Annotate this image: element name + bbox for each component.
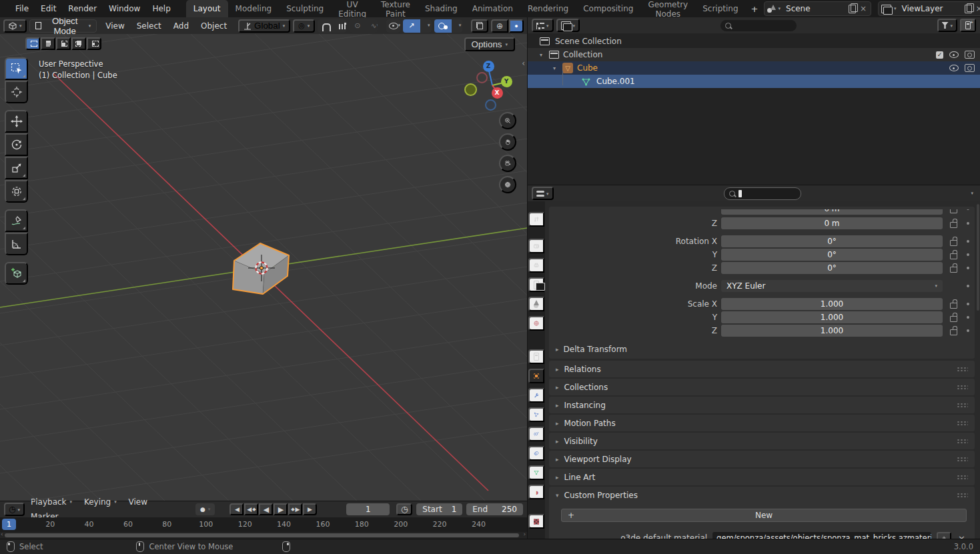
outliner-search-input[interactable] bbox=[720, 20, 797, 31]
scale-field[interactable]: 1.000 bbox=[721, 298, 943, 310]
rotation-field[interactable]: 0° bbox=[721, 249, 943, 261]
panel-header[interactable]: ▸ Instancing bbox=[549, 397, 975, 413]
delta-transform-header[interactable]: ▸Delta Transform bbox=[549, 341, 975, 357]
viewport-menu-item[interactable]: View bbox=[99, 17, 130, 35]
use-preview-range-button[interactable]: ◷ bbox=[396, 503, 412, 515]
proportional-editing[interactable]: ⊙ ∿▾ bbox=[349, 19, 378, 33]
transform-orientation-button[interactable]: Global▾ bbox=[238, 19, 290, 33]
select-mode-intersect[interactable] bbox=[87, 37, 101, 50]
view-layer-name[interactable]: ViewLayer bbox=[899, 4, 962, 13]
panel-grip-icon[interactable] bbox=[957, 493, 968, 498]
previous-keyframe-button[interactable]: ◀◆ bbox=[244, 503, 258, 515]
add-workspace-button[interactable]: + bbox=[746, 0, 764, 17]
tab-render[interactable] bbox=[528, 239, 544, 253]
visibility-dropdown[interactable]: ▾ bbox=[386, 19, 400, 33]
editor-type-outliner-button[interactable]: ▾ bbox=[532, 19, 554, 32]
disable-render-icon[interactable] bbox=[965, 64, 975, 72]
hide-eye-icon[interactable] bbox=[949, 51, 959, 58]
topbar-menu-item[interactable]: Help bbox=[146, 0, 176, 17]
select-mode-invert[interactable] bbox=[71, 37, 86, 50]
exclude-checkbox[interactable]: ✓ bbox=[936, 51, 943, 59]
gizmos-dropdown[interactable]: ↗ ▾ bbox=[403, 19, 432, 33]
navigation-gizmo[interactable]: Z Y X bbox=[460, 57, 520, 117]
animate-dot[interactable] bbox=[964, 285, 972, 287]
editor-type-timeline-button[interactable]: ◷▾ bbox=[4, 503, 25, 516]
topbar-menu-item[interactable]: Window bbox=[103, 0, 146, 17]
new-view-layer-icon[interactable] bbox=[965, 5, 972, 13]
frame-start-field[interactable]: Start1 bbox=[416, 503, 462, 515]
rotation-field[interactable]: 0° bbox=[721, 262, 943, 274]
tool-move[interactable] bbox=[5, 110, 28, 133]
xray-toggle[interactable] bbox=[471, 19, 488, 33]
expand-icon[interactable]: ▾ bbox=[537, 52, 545, 58]
panel-grip-icon[interactable] bbox=[957, 421, 968, 426]
current-frame-badge[interactable]: 1 bbox=[2, 519, 16, 530]
rotation-field[interactable]: 0° bbox=[721, 235, 943, 247]
lock-icon[interactable] bbox=[947, 237, 960, 246]
pivot-point-button[interactable]: ◎▾ bbox=[293, 19, 315, 33]
location-z-field[interactable]: 0 m bbox=[721, 217, 943, 229]
panel-header[interactable]: ▸ Relations bbox=[549, 361, 975, 377]
tool-measure[interactable] bbox=[5, 233, 28, 255]
animate-dot[interactable] bbox=[964, 240, 972, 243]
viewport-menu-item[interactable]: Select bbox=[131, 17, 167, 35]
animate-dot[interactable] bbox=[964, 316, 972, 319]
auto-keying-toggle[interactable]: ●▾ bbox=[195, 503, 215, 515]
outliner-filter-button[interactable]: ▾ bbox=[937, 19, 958, 32]
viewport-menu-item[interactable]: Object bbox=[195, 17, 233, 35]
panel-grip-icon[interactable] bbox=[957, 457, 968, 462]
select-mode-subtract[interactable] bbox=[56, 37, 71, 50]
topbar-menu-item[interactable]: File bbox=[9, 0, 35, 17]
panel-grip-icon[interactable] bbox=[957, 475, 968, 480]
custom-properties-header[interactable]: ▾ Custom Properties bbox=[549, 487, 975, 503]
unlink-scene-icon[interactable]: × bbox=[859, 4, 868, 13]
animate-dot[interactable] bbox=[964, 329, 972, 332]
frame-end-field[interactable]: End250 bbox=[466, 503, 523, 515]
tab-world[interactable] bbox=[528, 316, 544, 331]
snap-toggle[interactable] bbox=[318, 19, 335, 33]
jump-to-start-button[interactable]: ◀ bbox=[229, 503, 243, 515]
timeline-scrollbar-thumb[interactable] bbox=[5, 533, 519, 537]
sidebar-collapse-arrow[interactable]: ‹ bbox=[522, 59, 525, 68]
gizmo-z-axis[interactable]: Z bbox=[483, 61, 494, 72]
viewport-canvas[interactable] bbox=[0, 17, 527, 501]
viewport-3d[interactable]: ▾ Object Mode ▾ ViewSelectAddObject Glob… bbox=[0, 17, 527, 501]
tab-output[interactable] bbox=[528, 258, 544, 273]
zoom-button[interactable] bbox=[499, 112, 516, 129]
animate-dot[interactable] bbox=[964, 267, 972, 269]
tool-scale[interactable] bbox=[5, 157, 28, 179]
scene-name[interactable]: Scene bbox=[783, 4, 846, 13]
new-scene-icon[interactable] bbox=[849, 5, 856, 13]
workspace-tab[interactable]: Modeling bbox=[228, 0, 280, 17]
editor-type-viewport-button[interactable]: ▾ bbox=[3, 19, 27, 33]
select-mode-extend[interactable] bbox=[41, 37, 55, 50]
outliner-row-scene-collection[interactable]: Scene Collection bbox=[528, 35, 980, 48]
timeline-ruler[interactable]: 20406080100120140160180200220240 1 bbox=[0, 517, 527, 532]
new-property-button[interactable]: + New bbox=[561, 509, 967, 522]
snap-to-button[interactable]: ▾ bbox=[335, 19, 346, 33]
tool-add-cube[interactable] bbox=[5, 262, 28, 285]
topbar-menu-item[interactable]: Render bbox=[62, 0, 103, 17]
panel-header[interactable]: ▸ Visibility bbox=[549, 433, 975, 449]
workspace-tab[interactable]: Layout bbox=[186, 0, 228, 17]
view-layer-selector[interactable]: ▾ ViewLayer × bbox=[878, 1, 980, 16]
expand-icon[interactable]: ▾ bbox=[550, 65, 558, 71]
tool-cursor[interactable] bbox=[5, 81, 28, 103]
panel-grip-icon[interactable] bbox=[957, 439, 968, 444]
tool-annotate[interactable] bbox=[5, 209, 28, 232]
tab-physics[interactable] bbox=[528, 427, 544, 441]
rotation-mode-dropdown[interactable]: XYZ Euler▾ bbox=[721, 280, 943, 292]
play-button[interactable]: ▶ bbox=[274, 503, 288, 515]
workspace-tab[interactable]: UV Editing bbox=[331, 0, 374, 17]
orthographic-toggle-button[interactable] bbox=[499, 176, 516, 193]
new-collection-button[interactable] bbox=[960, 19, 976, 32]
gizmo-negative-z-axis[interactable] bbox=[485, 99, 496, 111]
shading-wireframe-button[interactable]: ⊕ bbox=[491, 19, 508, 33]
lock-icon[interactable] bbox=[947, 263, 960, 273]
tab-view-layer[interactable] bbox=[528, 277, 544, 292]
tab-object[interactable] bbox=[528, 369, 544, 383]
timeline-scrollbar[interactable]: ‹ › bbox=[0, 532, 527, 539]
select-mode-new[interactable] bbox=[25, 37, 40, 50]
gizmo-negative-x-axis[interactable] bbox=[476, 72, 488, 83]
workspace-tab[interactable]: Sculpting bbox=[279, 0, 331, 17]
